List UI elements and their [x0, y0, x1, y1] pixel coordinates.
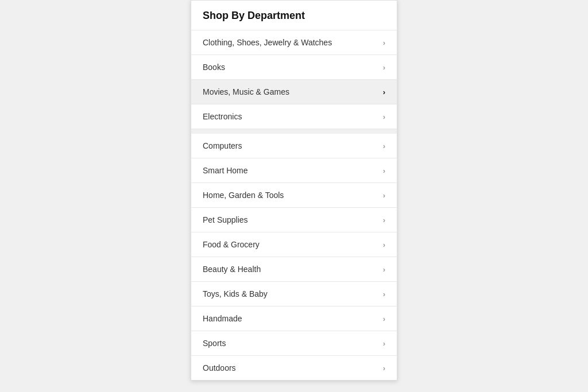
chevron-right-icon: › — [383, 166, 385, 175]
chevron-right-icon: › — [383, 240, 385, 249]
chevron-right-icon: › — [383, 63, 385, 72]
panel-title: Shop By Department — [191, 1, 397, 30]
menu-item-label-electronics: Electronics — [203, 112, 242, 121]
chevron-right-icon: › — [383, 88, 385, 96]
menu-item-beauty-health[interactable]: Beauty & Health› — [191, 257, 397, 282]
chevron-right-icon: › — [383, 315, 385, 323]
menu-item-label-outdoors: Outdoors — [203, 363, 236, 372]
menu-item-label-pet-supplies: Pet Supplies — [203, 215, 248, 224]
section-gap — [191, 129, 397, 134]
chevron-right-icon: › — [383, 339, 385, 348]
menu-item-label-handmade: Handmade — [203, 314, 242, 323]
chevron-right-icon: › — [383, 216, 385, 224]
menu-item-label-books: Books — [203, 63, 225, 72]
menu-item-handmade[interactable]: Handmade› — [191, 306, 397, 331]
chevron-right-icon: › — [383, 191, 385, 200]
page-wrapper: Shop By Department Clothing, Shoes, Jewe… — [0, 0, 588, 392]
menu-item-label-sports: Sports — [203, 339, 226, 348]
menu-item-sports[interactable]: Sports› — [191, 331, 397, 356]
menu-item-label-computers: Computers — [203, 141, 242, 150]
chevron-right-icon: › — [383, 38, 385, 47]
menu-item-toys-kids[interactable]: Toys, Kids & Baby› — [191, 282, 397, 306]
menu-item-pet-supplies[interactable]: Pet Supplies› — [191, 208, 397, 232]
menu-item-home-garden[interactable]: Home, Garden & Tools› — [191, 183, 397, 208]
menu-item-label-toys-kids: Toys, Kids & Baby — [203, 289, 268, 298]
menu-item-smart-home[interactable]: Smart Home› — [191, 158, 397, 183]
menu-list: Clothing, Shoes, Jewelry & Watches›Books… — [191, 30, 397, 380]
chevron-right-icon: › — [383, 265, 385, 274]
menu-item-label-home-garden: Home, Garden & Tools — [203, 191, 284, 200]
menu-item-clothing[interactable]: Clothing, Shoes, Jewelry & Watches› — [191, 30, 397, 55]
chevron-right-icon: › — [383, 290, 385, 298]
menu-item-label-smart-home: Smart Home — [203, 166, 248, 175]
department-dropdown: Shop By Department Clothing, Shoes, Jewe… — [191, 0, 397, 381]
chevron-right-icon: › — [383, 112, 385, 121]
menu-item-outdoors[interactable]: Outdoors› — [191, 356, 397, 380]
chevron-right-icon: › — [383, 364, 385, 372]
menu-item-label-clothing: Clothing, Shoes, Jewelry & Watches — [203, 38, 332, 47]
menu-item-books[interactable]: Books› — [191, 55, 397, 80]
menu-item-movies[interactable]: Movies, Music & Games› — [191, 80, 397, 104]
menu-item-electronics[interactable]: Electronics› — [191, 104, 397, 129]
menu-item-label-beauty-health: Beauty & Health — [203, 265, 261, 274]
menu-item-label-food-grocery: Food & Grocery — [203, 240, 260, 249]
menu-item-food-grocery[interactable]: Food & Grocery› — [191, 232, 397, 257]
menu-item-computers[interactable]: Computers› — [191, 134, 397, 158]
chevron-right-icon: › — [383, 142, 385, 150]
menu-item-label-movies: Movies, Music & Games — [203, 87, 289, 96]
